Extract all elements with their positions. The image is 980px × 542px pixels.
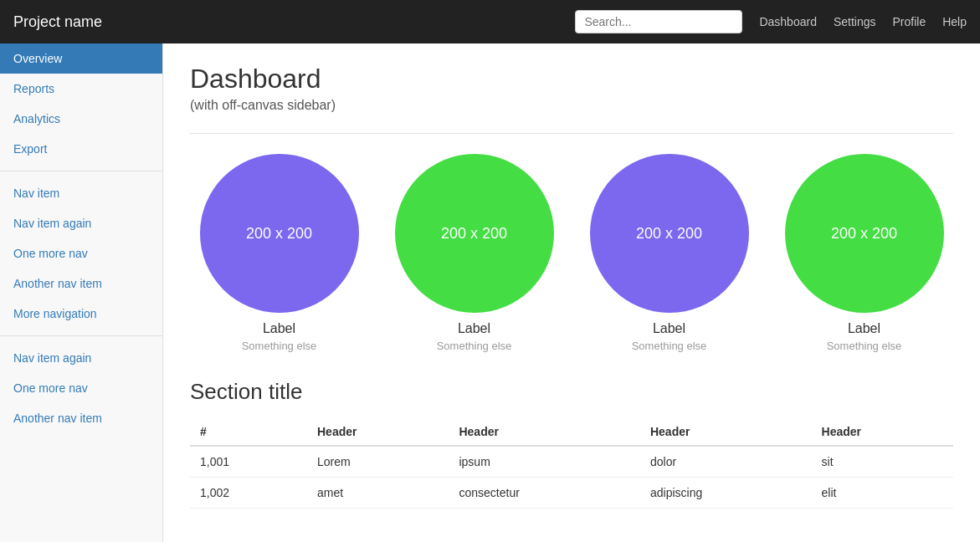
sidebar-item-overview[interactable]: Overview: [0, 43, 162, 74]
col-header-3: Header: [640, 418, 812, 446]
card-label-1: Label: [458, 321, 490, 336]
sidebar-item-export[interactable]: Export: [0, 134, 162, 164]
sidebar-item-nav-item-again[interactable]: Nav item again: [0, 208, 162, 238]
card-label-0: Label: [263, 321, 295, 336]
card-3: 200 x 200 Label Something else: [775, 154, 953, 352]
nav-links: Dashboard Settings Profile Help: [759, 15, 967, 28]
table-header-row: # Header Header Header Header: [190, 418, 953, 446]
sidebar-item-nav-item-again-2[interactable]: Nav item again: [0, 343, 162, 373]
cell-1-2: consectetur: [449, 478, 640, 509]
nav-link-profile[interactable]: Profile: [893, 15, 926, 28]
card-0: 200 x 200 Label Something else: [190, 154, 368, 352]
cell-1-4: elit: [812, 478, 953, 509]
sidebar-divider-2: [0, 335, 162, 336]
card-label-3: Label: [848, 321, 880, 336]
cell-0-4: sit: [812, 446, 953, 478]
col-header-2: Header: [449, 418, 640, 446]
cell-0-2: ipsum: [449, 446, 640, 478]
table-head: # Header Header Header Header: [190, 418, 953, 446]
sidebar-item-another-nav-item-2[interactable]: Another nav item: [0, 403, 162, 433]
nav-link-dashboard[interactable]: Dashboard: [759, 15, 817, 28]
card-circle-0: 200 x 200: [200, 154, 359, 313]
sidebar-divider-1: [0, 171, 162, 171]
card-sublabel-0: Something else: [242, 340, 317, 352]
card-2: 200 x 200 Label Something else: [580, 154, 758, 352]
card-sublabel-1: Something else: [437, 340, 512, 352]
cell-1-3: adipiscing: [640, 478, 812, 509]
sidebar-item-nav-item[interactable]: Nav item: [0, 178, 162, 208]
page-subtitle: (with off-canvas sidebar): [190, 98, 953, 113]
main-content: Dashboard (with off-canvas sidebar) 200 …: [163, 43, 980, 542]
cell-1-1: amet: [307, 478, 449, 509]
navbar: Project name Dashboard Settings Profile …: [0, 0, 980, 43]
cards-row: 200 x 200 Label Something else 200 x 200…: [190, 154, 953, 352]
card-sublabel-3: Something else: [827, 340, 902, 352]
table-row: 1,002 amet consectetur adipiscing elit: [190, 478, 953, 509]
card-1: 200 x 200 Label Something else: [385, 154, 563, 352]
card-circle-2: 200 x 200: [590, 154, 749, 313]
table-body: 1,001 Lorem ipsum dolor sit 1,002 amet c…: [190, 446, 953, 509]
cell-0-3: dolor: [640, 446, 812, 478]
card-circle-1: 200 x 200: [395, 154, 554, 313]
sidebar-item-one-more-nav[interactable]: One more nav: [0, 238, 162, 268]
brand-title: Project name: [13, 13, 102, 31]
table-row: 1,001 Lorem ipsum dolor sit: [190, 446, 953, 478]
sidebar-item-reports[interactable]: Reports: [0, 74, 162, 104]
nav-link-help[interactable]: Help: [942, 15, 967, 28]
col-header-1: Header: [307, 418, 449, 446]
card-label-2: Label: [653, 321, 685, 336]
card-circle-3: 200 x 200: [785, 154, 944, 313]
sidebar-item-more-navigation[interactable]: More navigation: [0, 299, 162, 329]
page-title: Dashboard: [190, 64, 953, 95]
cell-0-1: Lorem: [307, 446, 449, 478]
section-title: Section title: [190, 379, 953, 405]
sidebar-item-another-nav-item[interactable]: Another nav item: [0, 268, 162, 299]
card-sublabel-2: Something else: [632, 340, 707, 352]
section-divider: [190, 133, 953, 134]
layout: Overview Reports Analytics Export Nav it…: [0, 43, 980, 542]
col-header-4: Header: [812, 418, 953, 446]
nav-link-settings[interactable]: Settings: [834, 15, 876, 28]
sidebar-item-one-more-nav-2[interactable]: One more nav: [0, 373, 162, 403]
cell-1-0: 1,002: [190, 478, 307, 509]
sidebar-item-analytics[interactable]: Analytics: [0, 104, 162, 134]
cell-0-0: 1,001: [190, 446, 307, 478]
sidebar: Overview Reports Analytics Export Nav it…: [0, 43, 163, 542]
col-header-0: #: [190, 418, 307, 446]
data-table: # Header Header Header Header 1,001 Lore…: [190, 418, 953, 509]
search-input[interactable]: [575, 10, 742, 33]
